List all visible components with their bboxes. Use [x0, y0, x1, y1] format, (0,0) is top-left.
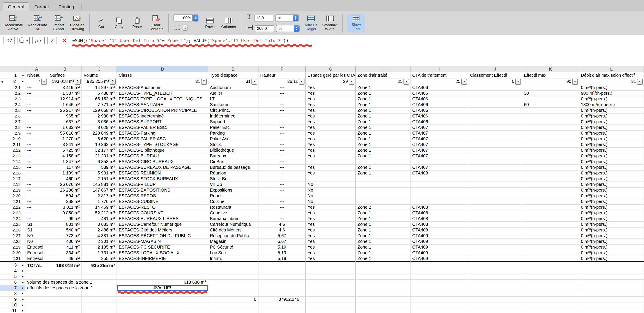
cell[interactable]: 1 731 m³ — [82, 250, 117, 256]
header-cell[interactable]: CTA de traitement — [410, 72, 468, 79]
cell[interactable]: Yes — [306, 239, 356, 245]
cell[interactable]: ESPACES-TYPE_STOCKAGE — [117, 142, 208, 148]
header-cell[interactable]: Hauteur — [258, 72, 306, 79]
cell[interactable]: --- — [26, 159, 48, 165]
zoom-fit-control[interactable]: ▲▼ — [174, 24, 188, 32]
cell[interactable]: Bureaux — [208, 153, 258, 159]
cell[interactable]: 147 667 m³ — [82, 188, 117, 193]
cell[interactable] — [468, 85, 522, 91]
cell[interactable] — [410, 182, 468, 188]
cell[interactable] — [306, 280, 356, 285]
cell[interactable]: 0 m³/(h·pers.) — [579, 176, 644, 182]
cell[interactable]: --- — [26, 193, 48, 199]
cell[interactable]: 3 683 m³ — [82, 222, 117, 227]
cell[interactable] — [468, 297, 522, 302]
cell[interactable]: Zone 1 — [356, 131, 410, 136]
header-cell[interactable]: Type d’espace — [208, 72, 258, 79]
cell[interactable]: --- — [26, 182, 48, 188]
cell[interactable] — [522, 285, 579, 291]
filter-cell[interactable]: 25▼ — [410, 79, 468, 85]
cell[interactable]: --- — [258, 136, 306, 142]
row-disclosure-icon[interactable]: ▸ — [22, 274, 24, 279]
cell[interactable] — [356, 274, 410, 280]
cell[interactable]: ESPACES-RÉCEPTION DU PUBLIC — [117, 233, 208, 239]
cell[interactable] — [468, 153, 522, 159]
cell[interactable]: Yes — [306, 136, 356, 142]
cell[interactable] — [26, 308, 48, 313]
cell[interactable] — [522, 262, 579, 268]
row-number[interactable]: 2.15 — [0, 165, 26, 171]
cell[interactable]: 8 028 m³ — [82, 125, 117, 131]
header-cell[interactable]: Effectif max — [522, 72, 579, 79]
cell[interactable]: 0 m³/(h·pers.) — [579, 210, 644, 216]
cell[interactable]: 4 381 m³ — [82, 233, 117, 239]
cell[interactable]: --- — [258, 91, 306, 96]
cell[interactable] — [410, 297, 468, 302]
cell[interactable]: Stock.Bur. — [208, 176, 258, 182]
rows-button[interactable]: Rows — [203, 17, 216, 29]
cell[interactable]: --- — [26, 165, 48, 171]
cell[interactable] — [48, 308, 82, 313]
cell[interactable] — [468, 182, 522, 188]
cell[interactable] — [468, 91, 522, 96]
cell[interactable]: Zone 1 — [356, 136, 410, 142]
row-disclosure-icon[interactable]: ▸ — [22, 79, 24, 84]
row-disclosure-icon[interactable]: ▸ — [22, 280, 24, 285]
cell[interactable]: --- — [258, 125, 306, 131]
cell[interactable]: 65 153 m³ — [82, 96, 117, 102]
cell[interactable] — [356, 188, 410, 193]
cell[interactable]: S1 — [26, 227, 48, 233]
cell[interactable]: 0 m³/(h·pers.) — [579, 182, 644, 188]
cell[interactable] — [522, 85, 579, 91]
cell[interactable]: Carrefour Numérique — [208, 222, 258, 227]
cell[interactable]: --- — [26, 153, 48, 159]
row-number[interactable]: 2.8 — [0, 125, 26, 131]
cell[interactable]: 0 m³/(h·pers.) — [579, 136, 644, 142]
cell[interactable]: 145 881 m³ — [82, 182, 117, 188]
cell[interactable] — [356, 182, 410, 188]
cell[interactable]: ESPACES-CIRC BUREAUX — [117, 159, 208, 165]
cell[interactable] — [579, 268, 644, 274]
cell[interactable]: 801 m² — [48, 222, 82, 227]
cell[interactable] — [468, 205, 522, 210]
column-header-J[interactable]: J — [468, 66, 522, 72]
cell[interactable]: 0 m³/(h·pers.) — [579, 114, 644, 119]
row-number[interactable]: 2.17 — [0, 176, 26, 182]
cell[interactable]: 32 177 m³ — [82, 148, 117, 153]
row-number[interactable]: 2▸◆ — [0, 79, 26, 85]
cell[interactable] — [468, 193, 522, 199]
cell[interactable] — [522, 159, 579, 165]
cell[interactable]: 2 486 m³ — [82, 227, 117, 233]
cell[interactable]: 1 347 m² — [48, 159, 82, 165]
cell[interactable] — [579, 274, 644, 280]
row-number[interactable]: 2.1 — [0, 85, 26, 91]
cell[interactable]: --- — [258, 114, 306, 119]
cell[interactable]: CTA406 — [410, 108, 468, 114]
cell[interactable] — [579, 280, 644, 285]
cell[interactable]: --- — [26, 85, 48, 91]
row-number[interactable]: 2.22 — [0, 205, 26, 210]
cell[interactable]: 0 m³/(h·pers.) — [579, 233, 644, 239]
header-cell[interactable]: Débit d’air max selon effectif — [579, 72, 644, 79]
row-number[interactable]: 2.18 — [0, 182, 26, 188]
filter-cell[interactable]: 25▼ — [356, 79, 410, 85]
cell[interactable]: --- — [258, 205, 306, 210]
header-cell[interactable]: Zone d’air traité — [356, 72, 410, 79]
cell[interactable]: Yes — [306, 131, 356, 136]
cell-reference-box[interactable]: D7 — [4, 37, 15, 44]
cell[interactable]: 14 297 m³ — [82, 85, 117, 91]
selected-cell[interactable]: #VALUE! — [117, 285, 208, 291]
cell[interactable]: Infirm. — [208, 256, 258, 262]
cell[interactable] — [82, 274, 117, 280]
cell[interactable]: CTA407 — [410, 131, 468, 136]
cell[interactable] — [82, 291, 117, 297]
cell[interactable]: Yes — [306, 227, 356, 233]
cell[interactable]: Yes — [306, 91, 356, 96]
row-number[interactable]: 2.29 — [0, 245, 26, 250]
cell[interactable] — [48, 302, 82, 308]
cell[interactable]: 60 — [522, 102, 579, 108]
cell[interactable] — [522, 308, 579, 313]
cell[interactable]: 2 301 m³ — [82, 239, 117, 245]
cell[interactable]: Zone 1 — [356, 85, 410, 91]
cell[interactable]: 19 362 m³ — [82, 142, 117, 148]
